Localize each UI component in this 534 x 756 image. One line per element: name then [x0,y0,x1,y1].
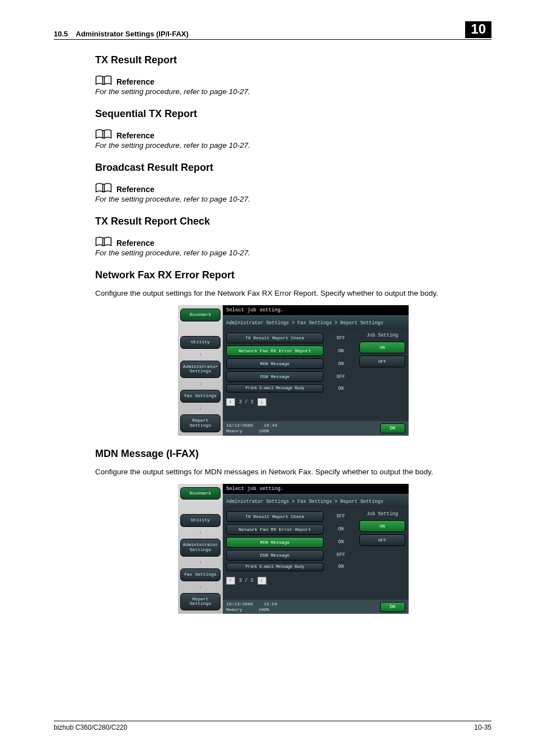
page-indicator: 3 / 3 [237,399,256,405]
page-up-button[interactable]: ↑ [226,398,235,406]
section-title: Administrator Settings (IP/I-FAX) [76,30,189,38]
reference-row: Reference [95,181,491,194]
screenshot-network-fax-rx-error-report: Bookmark Utility ↓ Administrator Setting… [178,305,409,436]
reference-label: Reference [116,77,154,86]
page-content: TX Result Report Reference For the setti… [95,54,491,614]
settings-list: TX Result Report Check OFF Network Fax R… [226,333,355,418]
setting-button[interactable]: DSN Message [226,550,324,561]
report-settings-button[interactable]: Report Settings [180,593,221,611]
ok-button[interactable]: OK [380,423,405,433]
reference-row: Reference [95,128,491,140]
book-icon [95,74,112,86]
heading-network-fax-rx-error-report: Network Fax RX Error Report [95,269,491,281]
setting-value: OFF [327,514,355,519]
setting-button-selected[interactable]: Network Fax RX Error Report [226,346,324,356]
list-item: MDN Message ON [226,358,355,369]
list-item: Network Fax RX Error Report ON [226,346,355,356]
heading-broadcast-result-report: Broadcast Result Report [95,162,491,174]
setting-button[interactable]: Network Fax RX Error Report [226,524,324,535]
breadcrumb: Administrator Settings > Fax Settings > … [223,315,409,329]
footer-info: 10/13/2008 18:49 Memory 100% [226,423,277,433]
bookmark-button[interactable]: Bookmark [180,309,221,321]
down-arrow-icon: ↓ [180,560,221,565]
admin-settings-button[interactable]: Administrator Settings [180,361,221,379]
down-arrow-icon: ↓ [180,352,221,357]
pager: ↑ 3 / 3 ↓ [226,398,355,406]
heading-tx-result-report: TX Result Report [95,54,491,66]
setting-button[interactable]: TX Result Report Check [226,511,324,522]
setting-value: ON [327,526,355,532]
on-button[interactable]: ON [359,342,405,353]
page-down-button[interactable]: ↓ [257,398,266,406]
list-item: Print E-mail Message Body ON [226,563,355,571]
off-button[interactable]: OFF [359,534,405,546]
list-item: MDN Message ON [226,537,355,548]
down-arrow-icon: ↓ [180,381,221,386]
footer-page: 10-35 [474,724,491,731]
ok-button[interactable]: OK [380,602,405,612]
down-arrow-icon: ↓ [180,585,221,590]
body-text: Configure the output settings for MDN me… [95,468,491,476]
setting-button[interactable]: TX Result Report Check [226,333,324,343]
screen-sidebar: Bookmark Utility ↓ Administrator Setting… [178,484,223,614]
list-item: DSN Message OFF [226,371,355,382]
reference-text: For the setting procedure, refer to page… [95,141,491,150]
screen-footer: 10/13/2008 18:50 Memory 100% OK [223,600,409,614]
footer-model: bizhub C360/C280/C220 [54,724,127,731]
memory-label: Memory [226,607,242,612]
list-item: TX Result Report Check OFF [226,511,355,522]
screen-footer: 10/13/2008 18:49 Memory 100% OK [223,421,409,435]
report-settings-button[interactable]: Report Settings [180,414,221,432]
down-arrow-icon: ↓ [180,530,221,535]
utility-button[interactable]: Utility [180,336,221,349]
setting-button[interactable]: Print E-mail Message Body [226,563,324,571]
utility-button[interactable]: Utility [180,514,221,527]
section-number: 10.5 [54,30,68,38]
reference-row: Reference [95,235,491,248]
page-down-button[interactable]: ↓ [257,577,266,585]
reference-text: For the setting procedure, refer to page… [95,195,491,203]
time: 18:50 [264,601,277,606]
page-up-button[interactable]: ↑ [226,577,235,585]
fax-settings-button[interactable]: Fax Settings [180,390,221,403]
on-button[interactable]: ON [359,520,405,532]
footer-info: 10/13/2008 18:50 Memory 100% [226,601,277,612]
bookmark-button[interactable]: Bookmark [180,487,221,500]
setting-value: ON [327,361,355,367]
memory-value: 100% [259,607,269,612]
setting-value: ON [327,386,355,391]
heading-mdn-message-ifax: MDN Message (I-FAX) [95,448,491,460]
setting-value: OFF [327,552,355,558]
list-item: DSN Message OFF [226,550,355,561]
screen-main: Select job setting. Administrator Settin… [223,484,409,614]
setting-value: ON [327,539,355,545]
setting-button[interactable]: Print E-mail Message Body [226,384,324,393]
setting-button[interactable]: DSN Message [226,371,324,382]
breadcrumb: Administrator Settings > Fax Settings > … [223,494,409,508]
fax-settings-button[interactable]: Fax Settings [180,568,221,581]
setting-value: ON [327,564,355,570]
list-item: Print E-mail Message Body ON [226,384,355,393]
reference-label: Reference [116,185,154,194]
memory-value: 100% [259,428,269,433]
admin-settings-button[interactable]: Administrator Settings [180,539,221,557]
running-head: 10.5 Administrator Settings (IP/I-FAX) 1… [54,21,491,40]
time: 18:49 [264,423,277,428]
date: 10/13/2008 [226,423,253,428]
pager: ↑ 3 / 3 ↓ [226,577,355,585]
list-item: TX Result Report Check OFF [226,333,355,343]
job-setting-label: Job Setting [359,333,405,338]
job-setting-panel: Job Setting ON OFF [359,511,405,596]
book-icon [95,181,112,194]
screenshot-mdn-message: Bookmark Utility ↓ Administrator Setting… [178,484,409,614]
instruction-text: Select job setting. [223,305,409,315]
off-button[interactable]: OFF [359,356,405,367]
page-footer: bizhub C360/C280/C220 10-35 [54,721,491,731]
heading-sequential-tx-report: Sequential TX Report [95,108,491,120]
setting-button[interactable]: MDN Message [226,358,324,369]
reference-label: Reference [116,239,154,248]
settings-list: TX Result Report Check OFF Network Fax R… [226,511,355,596]
heading-tx-result-report-check: TX Result Report Check [95,216,491,227]
setting-button-selected[interactable]: MDN Message [226,537,324,548]
memory-label: Memory [226,428,242,433]
